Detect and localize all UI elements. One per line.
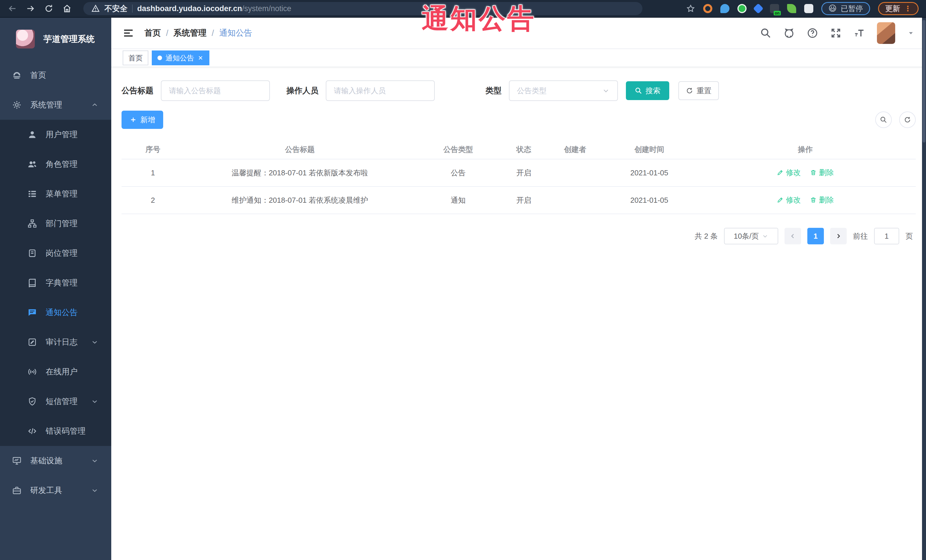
table-row: 1温馨提醒：2018-07-01 若依新版本发布啦公告开启2021-01-05修… [121, 159, 916, 186]
browser-back-icon[interactable] [8, 4, 17, 14]
tag-home[interactable]: 首页 [123, 50, 148, 65]
operator-filter-input[interactable] [326, 80, 435, 101]
breadcrumb: 首页 / 系统管理 / 通知公告 [144, 27, 252, 39]
sidebar-item-4[interactable]: 菜单管理 [0, 179, 111, 209]
search-icon[interactable] [760, 27, 772, 39]
sidebar-item-9[interactable]: 审计日志 [0, 328, 111, 357]
help-icon[interactable] [807, 27, 818, 39]
code-icon [27, 426, 37, 436]
browser-reload-icon[interactable] [44, 4, 54, 14]
scrollbar-thumb[interactable] [923, 20, 925, 143]
column-header: 操作 [695, 140, 916, 159]
breadcrumb-current: 通知公告 [219, 27, 252, 39]
table-cell: 开启 [501, 186, 546, 214]
breadcrumb-home[interactable]: 首页 [144, 27, 161, 39]
edit-button[interactable]: 修改 [777, 168, 801, 178]
reset-button[interactable]: 重置 [678, 81, 719, 100]
sidebar-item-12[interactable]: 错误码管理 [0, 416, 111, 446]
browser-menu-dots-icon[interactable]: ⋮ [904, 6, 911, 11]
browser-forward-icon[interactable] [26, 4, 35, 14]
url-text[interactable]: dashboard.yudao.iocoder.cn/system/notice [137, 4, 291, 13]
table-tools [875, 112, 916, 128]
sidebar-item-14[interactable]: 研发工具 [0, 475, 111, 505]
current-page-button[interactable]: 1 [807, 228, 824, 245]
delete-button[interactable]: 删除 [810, 168, 834, 178]
extension-ring-icon[interactable] [703, 4, 712, 13]
refresh-icon [686, 87, 693, 94]
address-divider [132, 5, 133, 12]
not-secure-warning-icon [91, 4, 100, 13]
table-cell: 公告 [415, 159, 501, 186]
tag-notice-active[interactable]: 通知公告 [152, 50, 209, 65]
extension-switch-icon[interactable]: on [770, 4, 779, 13]
add-button[interactable]: 新增 [121, 111, 163, 129]
refresh-icon [904, 116, 911, 124]
sidebar-item-10[interactable]: 在线用户 [0, 357, 111, 386]
font-size-icon[interactable] [853, 27, 865, 39]
browser-home-icon[interactable] [62, 4, 72, 14]
extension-diamond-icon[interactable] [753, 3, 763, 14]
actions-cell: 修改删除 [695, 186, 916, 214]
app-logo [16, 30, 35, 48]
extension-drop-icon[interactable] [720, 4, 729, 13]
sidebar-item-label: 菜单管理 [45, 189, 77, 199]
sidebar-collapse-icon[interactable] [123, 27, 134, 39]
fullscreen-icon[interactable] [830, 27, 841, 39]
browser-extensions-area: on 😃已暂停 更新⋮ [686, 2, 918, 15]
gear-icon [12, 100, 22, 110]
search-button[interactable]: 搜索 [626, 81, 669, 100]
delete-button[interactable]: 删除 [810, 195, 834, 205]
sidebar-item-0[interactable]: 首页 [0, 60, 111, 90]
address-bar[interactable]: 不安全 dashboard.yudao.iocoder.cn/system/no… [83, 2, 642, 15]
app-logo-row[interactable]: 芋道管理系统 [0, 18, 111, 60]
breadcrumb-system[interactable]: 系统管理 [174, 27, 207, 39]
extension-green-icon[interactable] [737, 4, 747, 13]
refresh-table-button[interactable] [899, 112, 916, 128]
chevron-down-icon [602, 87, 610, 95]
paused-chip[interactable]: 😃已暂停 [821, 2, 870, 15]
next-page-button[interactable] [830, 228, 847, 245]
sidebar-item-label: 岗位管理 [45, 248, 77, 259]
type-filter-select[interactable]: 公告类型 [509, 80, 618, 101]
edit-button[interactable]: 修改 [777, 195, 801, 205]
table-cell: 2021-01-05 [604, 159, 695, 186]
sidebar-item-7[interactable]: 字典管理 [0, 268, 111, 298]
sidebar-menu: 首页系统管理用户管理角色管理菜单管理部门管理岗位管理字典管理通知公告审计日志在线… [0, 60, 111, 505]
avatar-caret-down-icon[interactable] [907, 29, 915, 37]
security-chip-label[interactable]: 不安全 [104, 3, 127, 14]
table-cell: 维护通知：2018-07-01 若依系统凌晨维护 [184, 186, 415, 214]
online-icon [27, 367, 37, 377]
chevron-down-icon [91, 338, 99, 346]
title-filter-input[interactable] [161, 80, 270, 101]
sidebar-item-6[interactable]: 岗位管理 [0, 238, 111, 268]
sidebar-item-13[interactable]: 基础设施 [0, 446, 111, 475]
update-button[interactable]: 更新⋮ [878, 2, 918, 15]
trash-icon [810, 169, 817, 176]
search-icon [635, 87, 642, 94]
sidebar-item-label: 通知公告 [45, 307, 77, 318]
chevron-down-icon [91, 486, 99, 494]
sidebar-item-11[interactable]: 短信管理 [0, 386, 111, 416]
sidebar-item-5[interactable]: 部门管理 [0, 209, 111, 238]
monitor-icon [12, 456, 22, 466]
table-header-row: 序号公告标题公告类型状态创建者创建时间操作 [121, 140, 916, 159]
type-filter-label: 类型 [486, 85, 501, 96]
page-size-select[interactable]: 10条/页 [724, 228, 778, 245]
toggle-search-button[interactable] [875, 112, 892, 128]
sidebar-item-8[interactable]: 通知公告 [0, 298, 111, 328]
sidebar-item-1[interactable]: 系统管理 [0, 90, 111, 120]
user-avatar[interactable] [877, 22, 895, 44]
extension-leaf-icon[interactable] [787, 4, 796, 13]
prev-page-button[interactable] [784, 228, 801, 245]
sidebar-item-2[interactable]: 用户管理 [0, 120, 111, 149]
github-icon[interactable] [783, 27, 795, 39]
log-icon [27, 337, 37, 347]
table-cell: 开启 [501, 159, 546, 186]
sidebar-item-label: 角色管理 [45, 159, 77, 170]
bookmark-star-icon[interactable] [686, 4, 695, 13]
goto-page-input[interactable] [874, 228, 899, 245]
extension-puzzle-icon[interactable] [804, 4, 813, 13]
tag-close-icon[interactable] [197, 55, 204, 61]
sidebar-item-3[interactable]: 角色管理 [0, 149, 111, 179]
window-scrollbar[interactable] [922, 18, 926, 560]
